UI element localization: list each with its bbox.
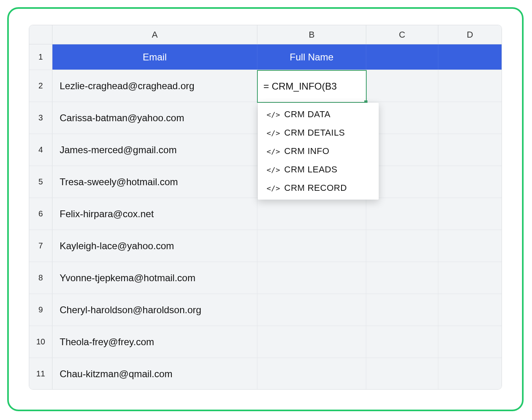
cell[interactable] [257, 358, 366, 390]
table-row: 8 Yvonne-tjepkema@hotmail.com [29, 262, 502, 294]
code-icon: </> [267, 129, 280, 137]
cell[interactable] [438, 44, 502, 70]
row-number[interactable]: 8 [29, 262, 52, 294]
select-all-corner[interactable] [29, 25, 52, 44]
table-row: 1 Email Full Name [29, 44, 502, 70]
col-header-b[interactable]: B [257, 25, 366, 44]
formula-autocomplete: </> CRM DATA </> CRM DETAILS </> CRM INF… [258, 103, 379, 200]
cell[interactable] [257, 198, 366, 230]
cell-email[interactable]: Carissa-batman@yahoo.com [52, 102, 257, 134]
cell-email[interactable]: Yvonne-tjepkema@hotmail.com [52, 262, 257, 294]
cell[interactable] [438, 102, 502, 134]
cell-email[interactable]: Tresa-sweely@hotmail.com [52, 166, 257, 198]
cell[interactable] [438, 326, 502, 358]
cell-email[interactable]: Lezlie-craghead@craghead.org [52, 70, 257, 102]
cell[interactable] [438, 358, 502, 390]
cell[interactable] [257, 262, 366, 294]
autocomplete-option[interactable]: </> CRM LEADS [258, 160, 379, 179]
cell[interactable] [257, 230, 366, 262]
code-icon: </> [267, 147, 280, 156]
row-number[interactable]: 7 [29, 230, 52, 262]
row-number[interactable]: 11 [29, 358, 52, 390]
cell[interactable] [438, 230, 502, 262]
autocomplete-label: CRM DATA [284, 109, 331, 120]
autocomplete-option[interactable]: </> CRM DETAILS [258, 124, 379, 142]
table-row: 11 Chau-kitzman@qmail.com [29, 358, 502, 390]
cell-email[interactable]: Felix-hirpara@cox.net [52, 198, 257, 230]
row-number[interactable]: 3 [29, 102, 52, 134]
spreadsheet: A B C D 1 Email Full Name 2 Lezlie-cragh… [29, 25, 502, 390]
table-row: 7 Kayleigh-lace@yahoo.com [29, 230, 502, 262]
autocomplete-option[interactable]: </> CRM DATA [258, 105, 379, 124]
table-row: 2 Lezlie-craghead@craghead.org [29, 70, 502, 102]
cell[interactable] [438, 294, 502, 326]
header-email[interactable]: Email [52, 44, 257, 70]
cell[interactable] [366, 230, 438, 262]
cell-email[interactable]: Cheryl-haroldson@haroldson.org [52, 294, 257, 326]
code-icon: </> [267, 184, 280, 192]
cell[interactable] [366, 262, 438, 294]
cell[interactable] [257, 294, 366, 326]
autocomplete-label: CRM DETAILS [284, 128, 345, 138]
code-icon: </> [267, 166, 280, 174]
table-row: 10 Theola-frey@frey.com [29, 326, 502, 358]
autocomplete-option[interactable]: </> CRM INFO [258, 142, 379, 160]
cell[interactable] [366, 358, 438, 390]
row-number[interactable]: 9 [29, 294, 52, 326]
cell-email[interactable]: Chau-kitzman@qmail.com [52, 358, 257, 390]
cell[interactable] [366, 70, 438, 102]
table-row: 9 Cheryl-haroldson@haroldson.org [29, 294, 502, 326]
column-headers: A B C D [29, 25, 502, 44]
autocomplete-option[interactable]: </> CRM RECORD [258, 179, 379, 197]
cell[interactable] [438, 70, 502, 102]
app-frame: A B C D 1 Email Full Name 2 Lezlie-cragh… [7, 7, 524, 411]
autocomplete-label: CRM INFO [284, 146, 329, 156]
cell[interactable] [366, 44, 438, 70]
row-number[interactable]: 5 [29, 166, 52, 198]
cell[interactable] [366, 326, 438, 358]
col-header-c[interactable]: C [366, 25, 438, 44]
col-header-d[interactable]: D [438, 25, 502, 44]
row-number[interactable]: 1 [29, 44, 52, 70]
table-row: 6 Felix-hirpara@cox.net [29, 198, 502, 230]
cell-active[interactable] [257, 70, 366, 102]
cell[interactable] [366, 294, 438, 326]
row-number[interactable]: 4 [29, 134, 52, 166]
cell[interactable] [438, 134, 502, 166]
cell[interactable] [438, 262, 502, 294]
cell[interactable] [438, 166, 502, 198]
cell[interactable] [366, 198, 438, 230]
cell[interactable] [257, 326, 366, 358]
header-fullname[interactable]: Full Name [257, 44, 366, 70]
cell-email[interactable]: James-merced@gmail.com [52, 134, 257, 166]
cell-email[interactable]: Theola-frey@frey.com [52, 326, 257, 358]
autocomplete-label: CRM RECORD [284, 183, 347, 193]
cell-email[interactable]: Kayleigh-lace@yahoo.com [52, 230, 257, 262]
row-number[interactable]: 10 [29, 326, 52, 358]
row-number[interactable]: 6 [29, 198, 52, 230]
code-icon: </> [267, 110, 280, 119]
row-number[interactable]: 2 [29, 70, 52, 102]
cell[interactable] [438, 198, 502, 230]
autocomplete-label: CRM LEADS [284, 164, 337, 175]
col-header-a[interactable]: A [52, 25, 257, 44]
